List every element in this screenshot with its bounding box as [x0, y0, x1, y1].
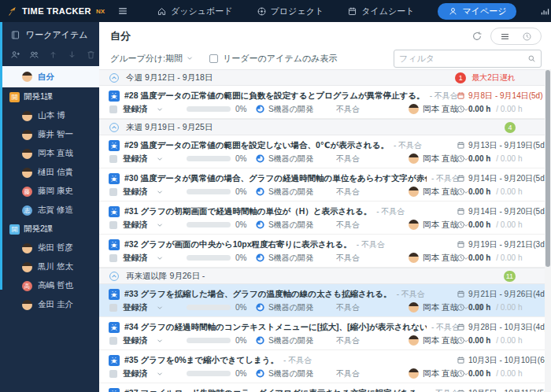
- group-by-select[interactable]: グループ分け:期間: [110, 53, 194, 65]
- work-item[interactable]: #32 グラフが画面の中央から10px程度右寄りに表示される。- 不具合登録済0…: [99, 235, 551, 268]
- nav-item-3[interactable]: マイページ: [438, 3, 516, 20]
- item-dates[interactable]: 9月28日 - 10月3日(4d): [457, 320, 543, 334]
- scrollbar-thumb[interactable]: [545, 70, 550, 267]
- project[interactable]: S機器の開発: [256, 187, 336, 198]
- work-item[interactable]: #30 温度データが異常値の場合、グラフの経過時間軸の単位をあらわす文字が赤色で…: [99, 168, 551, 202]
- project-label: S機器の開発: [268, 302, 313, 313]
- checkbox-icon: [209, 54, 218, 63]
- workitem-category-suffix: - 不具合: [431, 388, 459, 392]
- sidebar-member[interactable]: 柴田 哲彦: [0, 239, 99, 257]
- project[interactable]: S機器の開発: [256, 153, 336, 165]
- category-label: 不具合: [336, 335, 409, 346]
- hours-spent: 0.00 h: [468, 336, 490, 345]
- group-header[interactable]: 来週 9月19日 - 9月25日4: [99, 119, 551, 135]
- sidebar-member[interactable]: 藤井 智一: [0, 125, 99, 144]
- sidebar-group[interactable]: 開開発2課: [0, 220, 99, 239]
- sidebar-member[interactable]: 黒川 悠太: [0, 257, 99, 276]
- status-select[interactable]: 登録済: [109, 104, 187, 115]
- dates-label: 9月19日 - 9月21日(3d): [468, 239, 547, 250]
- status-select[interactable]: 登録済: [109, 253, 187, 264]
- move-down-icon[interactable]: [67, 50, 77, 60]
- item-dates[interactable]: 10月3日 - 10月10日(6d): [457, 353, 543, 367]
- refresh-icon[interactable]: [471, 31, 483, 42]
- nav-label: タイムシート: [361, 6, 414, 17]
- sidebar-member[interactable]: 志志賀 修造: [0, 201, 99, 220]
- work-item[interactable]: #37 ファイルロード失敗時のエラーダイアログに表示される文字に誤字がある。- …: [99, 383, 551, 392]
- item-dates[interactable]: 10月5日 - 10月11日(5d): [457, 386, 543, 392]
- scrollbar[interactable]: [545, 69, 551, 392]
- logo-icon: [6, 6, 18, 17]
- hours-spent: 0.00 h: [468, 369, 490, 378]
- circle-up[interactable]: [109, 72, 120, 83]
- status-select[interactable]: 登録済: [109, 187, 187, 198]
- search-icon[interactable]: [527, 54, 536, 63]
- circle-up[interactable]: [109, 271, 120, 282]
- sidebar-group[interactable]: 開開発1課: [0, 87, 99, 106]
- nav-item-4[interactable]: 分析: [540, 6, 551, 17]
- project[interactable]: S機器の開発: [256, 368, 336, 379]
- hours-planned: / 0.00 h: [494, 336, 522, 345]
- group-header[interactable]: 再来週以降 9月26日 -11: [99, 268, 551, 284]
- workitem-title: #37 ファイルロード失敗時のエラーダイアログに表示される文字に誤字がある。: [124, 388, 426, 392]
- avatar: [22, 168, 32, 178]
- work-item[interactable]: #34 グラフの経過時間軸のコンテキストメニューに[拡大]、[縮小]が表示されな…: [99, 317, 551, 350]
- hours-spent: 0.00 h: [468, 105, 490, 113]
- item-dates[interactable]: 9月14日 - 9月20日(5d): [457, 205, 543, 218]
- hamburger-menu-icon[interactable]: [117, 6, 128, 17]
- project[interactable]: S機器の開発: [256, 335, 336, 346]
- project[interactable]: S機器の開発: [256, 220, 336, 231]
- sidebar-item-label: 自分: [38, 72, 54, 83]
- work-item[interactable]: #29 温度データの正常値の範囲を設定しない場合、0℃が表示される。- 不具合登…: [99, 135, 551, 168]
- work-item[interactable]: #35 グラフを0%まで縮小できてしまう。- 不具合登録済0%S機器の開発不具合…: [99, 350, 551, 383]
- workitem-category-suffix: - 不具合: [431, 173, 460, 184]
- work-item[interactable]: #33 グラフを拡縮した場合、グラフの温度軸の線の太さも拡縮される。- 不具合登…: [99, 284, 551, 317]
- status-select[interactable]: 登録済: [109, 220, 187, 231]
- nav-item-2[interactable]: タイムシート: [347, 6, 414, 17]
- assignee-avatar: [409, 302, 419, 312]
- sidebar-item-self[interactable]: 自分: [0, 66, 99, 87]
- item-dates[interactable]: 9月19日 - 9月21日(3d): [457, 238, 543, 251]
- progress: 0%: [187, 220, 256, 229]
- nav-item-1[interactable]: プロジェクト: [257, 6, 324, 17]
- status-select[interactable]: 登録済: [109, 302, 187, 313]
- sidebar-member[interactable]: 高高嶋 哲也: [0, 276, 99, 295]
- circle-up[interactable]: [109, 122, 120, 133]
- work-item[interactable]: #31 グラフの初期画面で経過時間軸の単位が（H）と表示される。- 不具合登録済…: [99, 202, 551, 235]
- add-member-icon[interactable]: [10, 50, 20, 60]
- status-select[interactable]: 登録済: [109, 153, 187, 165]
- leader-filter-checkbox[interactable]: リーダーのアイテムのみ表示: [209, 53, 337, 65]
- hours-spent: 0.00 h: [468, 154, 490, 163]
- delete-icon[interactable]: [86, 50, 96, 60]
- filter-input[interactable]: [399, 54, 527, 63]
- sidebar-member[interactable]: 藤藤岡 康史: [0, 182, 99, 201]
- avatar: 志: [22, 205, 32, 216]
- project[interactable]: S機器の開発: [256, 302, 336, 313]
- timeline-view-icon[interactable]: [522, 31, 532, 42]
- sidebar-scroll-indicator[interactable]: [0, 22, 2, 290]
- app-logo[interactable]: TIME TRACKER NX: [6, 6, 105, 17]
- move-up-icon[interactable]: [48, 50, 58, 60]
- item-dates[interactable]: 9月21日 - 9月26日(4d): [457, 287, 543, 301]
- item-dates[interactable]: 9月14日 - 9月20日(5d): [457, 172, 543, 185]
- status-select[interactable]: 登録済: [109, 335, 187, 346]
- calendar-icon: [457, 323, 465, 331]
- project[interactable]: S機器の開発: [256, 253, 336, 264]
- sidebar-member[interactable]: 山本 博: [0, 106, 99, 125]
- status-select[interactable]: 登録済: [109, 368, 187, 379]
- add-group-icon[interactable]: [29, 50, 39, 60]
- sidebar-member[interactable]: 樋田 信貴: [0, 163, 99, 182]
- view-toggle: [490, 28, 542, 45]
- project[interactable]: S機器の開発: [256, 104, 336, 115]
- sidebar-member-label: 樋田 信貴: [38, 167, 73, 178]
- nav-item-0[interactable]: ダッシュボード: [157, 6, 233, 17]
- sidebar-member[interactable]: 金田 圭介: [0, 295, 99, 314]
- status-label: 登録済: [123, 187, 148, 198]
- workitem-title: #33 グラフを拡縮した場合、グラフの温度軸の線の太さも拡縮される。: [124, 289, 392, 300]
- sidebar-member[interactable]: 岡本 直哉: [0, 144, 99, 163]
- group-header[interactable]: 今週 9月12日 - 9月18日1最大2日遅れ: [99, 69, 551, 86]
- item-dates[interactable]: 9月8日 - 9月14日(5d): [457, 89, 543, 102]
- work-item[interactable]: #28 温度データの正常値の範囲に負数を設定するとプログラムが異常停止する。- …: [99, 86, 551, 119]
- list-view-icon[interactable]: [500, 31, 510, 42]
- item-dates[interactable]: 9月13日 - 9月19日(5d): [457, 139, 543, 152]
- workitem-type-icon: [109, 289, 120, 300]
